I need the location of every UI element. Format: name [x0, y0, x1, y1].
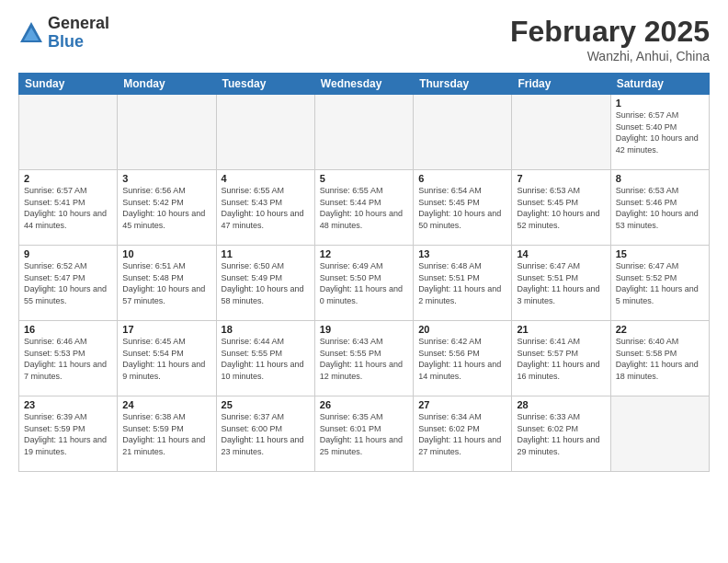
- day-number-4-0: 23: [24, 399, 112, 410]
- calendar-cell-2-4: 13Sunrise: 6:48 AM Sunset: 5:51 PM Dayli…: [414, 246, 512, 321]
- day-number-2-2: 11: [222, 248, 310, 259]
- header-saturday: Saturday: [610, 74, 709, 95]
- day-number-1-1: 3: [122, 173, 210, 184]
- calendar-body: 1Sunrise: 6:57 AM Sunset: 5:40 PM Daylig…: [19, 95, 710, 472]
- page: General Blue February 2025 Wanzhi, Anhui…: [0, 0, 728, 563]
- day-number-3-3: 19: [320, 324, 408, 335]
- calendar-cell-4-6: [610, 396, 709, 472]
- calendar-cell-2-5: 14Sunrise: 6:47 AM Sunset: 5:51 PM Dayli…: [512, 246, 610, 321]
- calendar-cell-0-2: [216, 95, 314, 170]
- week-row-2: 9Sunrise: 6:52 AM Sunset: 5:47 PM Daylig…: [19, 246, 710, 321]
- header-monday: Monday: [118, 74, 216, 95]
- day-number-0-6: 1: [616, 98, 704, 109]
- day-number-1-5: 7: [517, 173, 605, 184]
- day-number-3-5: 21: [517, 324, 605, 335]
- day-info-2-4: Sunrise: 6:48 AM Sunset: 5:51 PM Dayligh…: [418, 260, 506, 306]
- calendar-cell-1-3: 5Sunrise: 6:55 AM Sunset: 5:44 PM Daylig…: [314, 170, 413, 246]
- calendar-cell-0-3: [314, 95, 413, 170]
- week-row-1: 2Sunrise: 6:57 AM Sunset: 5:41 PM Daylig…: [19, 170, 710, 246]
- day-info-3-0: Sunrise: 6:46 AM Sunset: 5:53 PM Dayligh…: [24, 336, 112, 382]
- day-info-3-6: Sunrise: 6:40 AM Sunset: 5:58 PM Dayligh…: [616, 336, 704, 382]
- day-number-3-2: 18: [222, 324, 310, 335]
- day-number-2-4: 13: [418, 248, 506, 259]
- calendar-cell-0-1: [118, 95, 216, 170]
- day-number-2-6: 15: [616, 248, 704, 259]
- day-number-4-3: 26: [320, 399, 408, 410]
- day-info-1-2: Sunrise: 6:55 AM Sunset: 5:43 PM Dayligh…: [222, 185, 310, 231]
- header: General Blue February 2025 Wanzhi, Anhui…: [18, 15, 710, 63]
- day-info-1-4: Sunrise: 6:54 AM Sunset: 5:45 PM Dayligh…: [418, 185, 506, 231]
- header-wednesday: Wednesday: [314, 74, 413, 95]
- header-friday: Friday: [512, 74, 610, 95]
- calendar-cell-3-3: 19Sunrise: 6:43 AM Sunset: 5:55 PM Dayli…: [314, 321, 413, 396]
- logo-icon: [18, 20, 44, 46]
- week-row-0: 1Sunrise: 6:57 AM Sunset: 5:40 PM Daylig…: [19, 95, 710, 170]
- day-info-1-0: Sunrise: 6:57 AM Sunset: 5:41 PM Dayligh…: [24, 185, 112, 231]
- calendar-cell-4-1: 24Sunrise: 6:38 AM Sunset: 5:59 PM Dayli…: [118, 396, 216, 472]
- calendar-cell-3-6: 22Sunrise: 6:40 AM Sunset: 5:58 PM Dayli…: [610, 321, 709, 396]
- logo-blue-text: Blue: [48, 33, 109, 52]
- day-info-2-5: Sunrise: 6:47 AM Sunset: 5:51 PM Dayligh…: [517, 260, 605, 306]
- day-info-2-2: Sunrise: 6:50 AM Sunset: 5:49 PM Dayligh…: [222, 260, 310, 306]
- calendar-cell-0-0: [19, 95, 118, 170]
- calendar-cell-1-6: 8Sunrise: 6:53 AM Sunset: 5:46 PM Daylig…: [610, 170, 709, 246]
- day-number-4-5: 28: [517, 399, 605, 410]
- calendar-cell-4-5: 28Sunrise: 6:33 AM Sunset: 6:02 PM Dayli…: [512, 396, 610, 472]
- day-number-1-0: 2: [24, 173, 112, 184]
- day-number-4-4: 27: [418, 399, 506, 410]
- day-number-2-3: 12: [320, 248, 408, 259]
- day-info-4-0: Sunrise: 6:39 AM Sunset: 5:59 PM Dayligh…: [24, 411, 112, 457]
- day-number-1-2: 4: [222, 173, 310, 184]
- calendar-cell-4-4: 27Sunrise: 6:34 AM Sunset: 6:02 PM Dayli…: [414, 396, 512, 472]
- logo-text: General Blue: [48, 15, 109, 52]
- calendar-cell-1-4: 6Sunrise: 6:54 AM Sunset: 5:45 PM Daylig…: [414, 170, 512, 246]
- day-number-3-6: 22: [616, 324, 704, 335]
- day-number-3-0: 16: [24, 324, 112, 335]
- calendar-cell-1-0: 2Sunrise: 6:57 AM Sunset: 5:41 PM Daylig…: [19, 170, 118, 246]
- calendar-cell-4-2: 25Sunrise: 6:37 AM Sunset: 6:00 PM Dayli…: [216, 396, 314, 472]
- day-info-1-5: Sunrise: 6:53 AM Sunset: 5:45 PM Dayligh…: [517, 185, 605, 231]
- calendar-cell-3-2: 18Sunrise: 6:44 AM Sunset: 5:55 PM Dayli…: [216, 321, 314, 396]
- calendar-cell-3-0: 16Sunrise: 6:46 AM Sunset: 5:53 PM Dayli…: [19, 321, 118, 396]
- day-number-1-3: 5: [320, 173, 408, 184]
- calendar-cell-1-1: 3Sunrise: 6:56 AM Sunset: 5:42 PM Daylig…: [118, 170, 216, 246]
- day-info-3-2: Sunrise: 6:44 AM Sunset: 5:55 PM Dayligh…: [222, 336, 310, 382]
- calendar-header: Sunday Monday Tuesday Wednesday Thursday…: [19, 74, 710, 95]
- day-number-1-4: 6: [418, 173, 506, 184]
- day-info-2-6: Sunrise: 6:47 AM Sunset: 5:52 PM Dayligh…: [616, 260, 704, 306]
- day-number-3-1: 17: [122, 324, 210, 335]
- calendar-table: Sunday Monday Tuesday Wednesday Thursday…: [18, 73, 710, 472]
- calendar-cell-4-3: 26Sunrise: 6:35 AM Sunset: 6:01 PM Dayli…: [314, 396, 413, 472]
- day-number-2-0: 9: [24, 248, 112, 259]
- logo: General Blue: [18, 15, 109, 52]
- calendar-cell-3-1: 17Sunrise: 6:45 AM Sunset: 5:54 PM Dayli…: [118, 321, 216, 396]
- calendar-cell-2-6: 15Sunrise: 6:47 AM Sunset: 5:52 PM Dayli…: [610, 246, 709, 321]
- calendar-cell-2-1: 10Sunrise: 6:51 AM Sunset: 5:48 PM Dayli…: [118, 246, 216, 321]
- month-title: February 2025: [510, 15, 710, 49]
- calendar-cell-3-4: 20Sunrise: 6:42 AM Sunset: 5:56 PM Dayli…: [414, 321, 512, 396]
- calendar-cell-2-2: 11Sunrise: 6:50 AM Sunset: 5:49 PM Dayli…: [216, 246, 314, 321]
- logo-general-text: General: [48, 15, 109, 33]
- header-thursday: Thursday: [414, 74, 512, 95]
- day-info-0-6: Sunrise: 6:57 AM Sunset: 5:40 PM Dayligh…: [616, 109, 704, 155]
- day-info-1-6: Sunrise: 6:53 AM Sunset: 5:46 PM Dayligh…: [616, 185, 704, 231]
- day-info-3-3: Sunrise: 6:43 AM Sunset: 5:55 PM Dayligh…: [320, 336, 408, 382]
- day-info-2-3: Sunrise: 6:49 AM Sunset: 5:50 PM Dayligh…: [320, 260, 408, 306]
- day-number-4-2: 25: [222, 399, 310, 410]
- day-info-4-1: Sunrise: 6:38 AM Sunset: 5:59 PM Dayligh…: [122, 411, 210, 457]
- day-info-4-3: Sunrise: 6:35 AM Sunset: 6:01 PM Dayligh…: [320, 411, 408, 457]
- day-number-3-4: 20: [418, 324, 506, 335]
- day-info-2-1: Sunrise: 6:51 AM Sunset: 5:48 PM Dayligh…: [122, 260, 210, 306]
- calendar-cell-0-5: [512, 95, 610, 170]
- day-info-4-4: Sunrise: 6:34 AM Sunset: 6:02 PM Dayligh…: [418, 411, 506, 457]
- subtitle: Wanzhi, Anhui, China: [510, 49, 710, 63]
- title-area: February 2025 Wanzhi, Anhui, China: [510, 15, 710, 63]
- calendar-cell-1-2: 4Sunrise: 6:55 AM Sunset: 5:43 PM Daylig…: [216, 170, 314, 246]
- day-info-3-1: Sunrise: 6:45 AM Sunset: 5:54 PM Dayligh…: [122, 336, 210, 382]
- day-number-4-1: 24: [122, 399, 210, 410]
- day-number-1-6: 8: [616, 173, 704, 184]
- week-row-4: 23Sunrise: 6:39 AM Sunset: 5:59 PM Dayli…: [19, 396, 710, 472]
- calendar-cell-2-0: 9Sunrise: 6:52 AM Sunset: 5:47 PM Daylig…: [19, 246, 118, 321]
- header-row: Sunday Monday Tuesday Wednesday Thursday…: [19, 74, 710, 95]
- header-tuesday: Tuesday: [216, 74, 314, 95]
